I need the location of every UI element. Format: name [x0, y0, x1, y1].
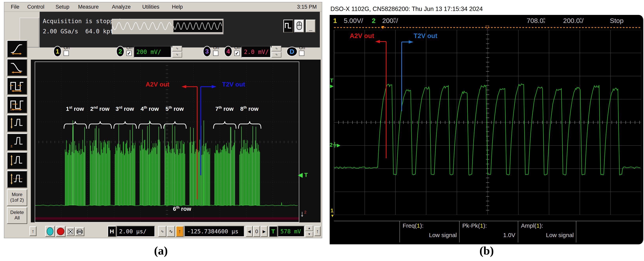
channel-4-on-label: On — [234, 45, 240, 50]
digital-on-checkbox[interactable] — [299, 51, 304, 56]
mouse-button[interactable] — [294, 20, 304, 32]
ch1-number[interactable]: 1 — [333, 17, 337, 24]
channel-2-ground-marker[interactable]: 2▶ — [330, 142, 340, 148]
channel-2-on-checkbox[interactable]: ✓ — [126, 51, 132, 56]
down-triangle-icon: ▼ — [330, 214, 334, 218]
measure-fall-time-button[interactable] — [7, 59, 27, 76]
delay-readout[interactable]: 708.0ns — [527, 17, 545, 24]
channel-4-scale-up[interactable]: ∿ — [272, 46, 282, 51]
horizontal-button[interactable]: H — [108, 226, 116, 237]
channel-2-button[interactable]: 2 — [116, 46, 124, 57]
channel-4-button[interactable]: 4 — [224, 46, 232, 57]
channel-3-button[interactable]: 3 — [203, 46, 211, 57]
trigger-position-button[interactable]: ↑ — [176, 226, 184, 237]
channel-4-scale-spinner[interactable]: ∿ ∿ — [272, 46, 282, 58]
measure-neg-pulse-width-button[interactable]: 1/ — [7, 96, 27, 113]
waveform-preview-bar[interactable] — [112, 19, 224, 34]
time-reference-icon: ▽ — [486, 24, 489, 30]
trigger-level-up[interactable]: ▲ — [305, 226, 313, 231]
channel-4-on-checkbox[interactable]: ✓ — [234, 51, 240, 56]
channel-2-scale-display[interactable]: 200 mV/ — [134, 46, 172, 58]
peak-peak-icon — [10, 117, 24, 130]
clear-button[interactable] — [66, 227, 74, 236]
pulse-mode-button[interactable] — [283, 20, 293, 32]
ampl-measurement-label: Ampl(1): — [521, 222, 543, 229]
channel-2-scale-down[interactable]: ∿ — [172, 52, 182, 57]
trigger-level-marker[interactable]: ◀ T — [298, 171, 308, 178]
grid-and-trace-b — [334, 30, 641, 215]
measure-pos-pulse-width-button[interactable] — [7, 77, 27, 95]
measure-base-level-button[interactable]: ± — [7, 133, 27, 151]
fall-time-icon — [10, 61, 24, 74]
measure-top-level-button[interactable] — [7, 152, 27, 169]
channel-2-scale-up[interactable]: ∿ — [172, 46, 182, 51]
trigger-arrow-icon: ◀ — [298, 172, 302, 178]
delete-all-button[interactable]: DeleteAll — [7, 207, 27, 224]
channel-1-on-label: On — [64, 45, 70, 50]
channel-1-button[interactable]: 1 — [53, 46, 62, 57]
a2v-out-label-a: A2V out — [146, 81, 169, 88]
stop-button[interactable] — [56, 226, 66, 237]
cell-divider — [400, 221, 400, 242]
menu-item-file[interactable]: File — [11, 4, 20, 10]
menu-bar: File Control Setup Measure Analyze Utili… — [4, 2, 322, 12]
ch1-scale[interactable]: 5.00V/ — [344, 17, 363, 24]
ch2-scale[interactable]: 200mV/ — [382, 17, 398, 24]
trigger-delay-display[interactable]: -125.7384600 µs — [184, 226, 244, 237]
run-button[interactable] — [45, 226, 55, 237]
minimize-button[interactable]: _ — [306, 20, 316, 32]
up-arrow-icon: ↑ — [32, 228, 34, 234]
menu-item-setup[interactable]: Setup — [56, 4, 70, 10]
delay-left-button[interactable]: ◀ — [246, 226, 253, 237]
scroll-up-right-button[interactable]: ↑ — [314, 226, 321, 236]
trigger-level-down[interactable]: ▼ — [305, 232, 313, 237]
trigger-level-spinner[interactable]: ▲ ▼ — [305, 226, 313, 237]
digital-channel-button[interactable]: D — [286, 47, 298, 56]
menu-item-measure[interactable]: Measure — [78, 4, 99, 10]
channel-4-scale-display[interactable]: 2.0 mV/ — [241, 46, 271, 58]
row-label: 5th row — [161, 105, 188, 112]
sine-large-icon: ∿ — [169, 229, 173, 234]
measure-peak-peak-button[interactable] — [7, 115, 27, 132]
menu-item-control[interactable]: Control — [27, 4, 44, 10]
row-label: 7th row — [211, 105, 238, 112]
timebase-readout[interactable]: 200.0ns/ — [563, 17, 584, 24]
channel-1-position-marker[interactable]: 1▼ — [330, 208, 334, 218]
cell-divider — [459, 221, 460, 242]
timebase-display[interactable]: 2.00 µs/ — [116, 226, 155, 237]
row-label: 3rd row — [111, 105, 138, 112]
trigger-button[interactable]: T — [269, 226, 278, 237]
channel-1-on-checkbox[interactable] — [64, 51, 69, 56]
ch2-number[interactable]: 2 — [372, 17, 376, 24]
svg-text:±: ± — [10, 144, 12, 148]
top-level-icon — [10, 154, 24, 167]
timebase-fine-down-button[interactable]: ∿ — [167, 226, 175, 237]
menu-item-help[interactable]: Help — [172, 4, 183, 10]
channel-2-offscreen-marker: ↓2 — [300, 209, 306, 219]
pkpk-measurement-label: Pk-Pk(1): — [462, 222, 487, 229]
trigger-level-display[interactable]: 578 mV — [278, 226, 304, 237]
menu-item-analyze[interactable]: Analyze — [112, 4, 131, 10]
measure-rise-time-button[interactable] — [7, 40, 27, 57]
freq-measurement-label: Freq(1): — [403, 222, 424, 229]
delay-right-button[interactable]: ▶ — [260, 226, 268, 237]
measurement-bar-divider — [334, 221, 641, 221]
clock: 3:15 PM — [297, 4, 317, 10]
trigger-level-marker-b[interactable]: T▶ — [330, 78, 334, 89]
delay-zero-button[interactable]: 0 — [253, 226, 260, 237]
timebase-fine-up-button[interactable]: ∿ — [158, 226, 166, 237]
menu-item-utilities[interactable]: Utilities — [142, 4, 159, 10]
measure-amplitude-button[interactable] — [7, 171, 27, 188]
run-state[interactable]: Stop — [610, 17, 624, 24]
more-button[interactable]: More(1of 2) — [7, 189, 27, 206]
scroll-up-left-button[interactable]: ↑ — [30, 226, 36, 236]
channel-2-scale-spinner[interactable]: ∿ ∿ — [172, 46, 182, 58]
right-triangle-icon: ▶ — [330, 83, 334, 88]
row-label: 8th row — [236, 105, 263, 112]
channel-4-scale-down[interactable]: ∿ — [272, 52, 282, 57]
run-icon — [47, 227, 53, 236]
trigger-point-icon[interactable]: ▼ — [380, 24, 386, 30]
channel-3-on-checkbox[interactable] — [213, 51, 218, 56]
base-level-icon: ± — [10, 136, 24, 148]
print-button[interactable] — [75, 227, 84, 236]
